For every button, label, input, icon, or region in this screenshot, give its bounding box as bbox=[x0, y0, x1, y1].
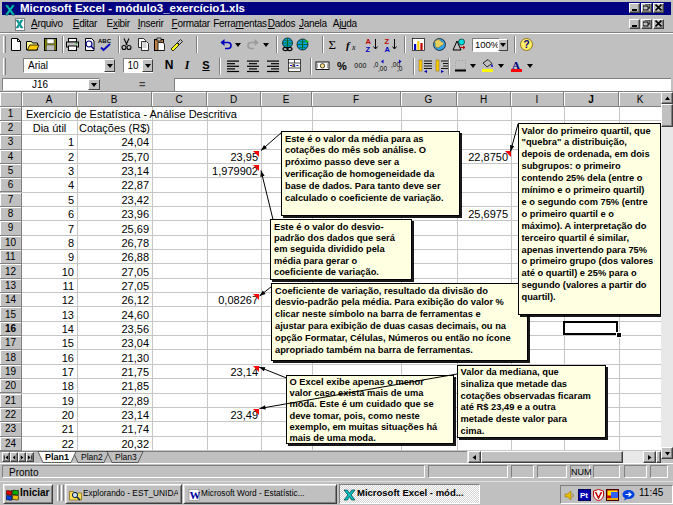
svg-text:Plan3: Plan3 bbox=[115, 452, 137, 462]
svg-text:W: W bbox=[190, 489, 200, 501]
svg-text:Plan1: Plan1 bbox=[45, 452, 69, 462]
svg-text:Plan2: Plan2 bbox=[81, 452, 103, 462]
svg-text:Pt: Pt bbox=[580, 491, 588, 500]
